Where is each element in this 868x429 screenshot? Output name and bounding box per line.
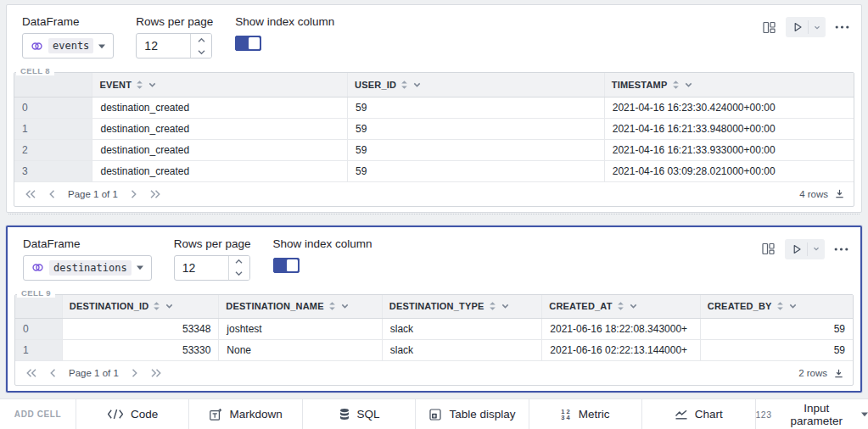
- sort-icon[interactable]: [153, 301, 160, 311]
- cell-type-label: DataFrame: [23, 237, 152, 250]
- chevron-down-icon: [98, 43, 105, 49]
- cell-controls: DataFrame destinations Rows per page 12: [23, 237, 372, 281]
- columns-layout-button[interactable]: [760, 19, 778, 36]
- markdown-icon: [209, 408, 222, 421]
- run-options-button[interactable]: [808, 20, 826, 34]
- increment-button[interactable]: [229, 256, 249, 268]
- index-column-header: [14, 73, 92, 97]
- last-page-button[interactable]: [149, 189, 161, 199]
- increment-button[interactable]: [191, 34, 211, 46]
- show-index-toggle[interactable]: [235, 36, 261, 51]
- dataframe-cell: DataFrame destinations Rows per page 12: [6, 226, 862, 393]
- download-button[interactable]: [833, 368, 844, 379]
- metric-icon: 1234: [561, 409, 571, 421]
- column-header[interactable]: CREATED_BY: [700, 295, 853, 319]
- table-cell: 59: [700, 319, 853, 340]
- add-cell-code-button[interactable]: Code: [76, 399, 188, 429]
- columns-layout-button[interactable]: [759, 240, 777, 258]
- sort-icon[interactable]: [489, 301, 496, 311]
- column-header-content: EVENT: [99, 80, 340, 90]
- show-index-control: Show index column: [235, 15, 334, 58]
- column-menu-chevron-icon[interactable]: [412, 81, 422, 89]
- add-cell-chart-button[interactable]: Chart: [641, 399, 754, 429]
- run-options-button[interactable]: [807, 242, 825, 256]
- add-cell-item-label: SQL: [357, 408, 380, 421]
- column-menu-chevron-icon[interactable]: [340, 302, 350, 310]
- cell-menu-button[interactable]: [832, 246, 850, 253]
- prev-page-button[interactable]: [48, 189, 56, 199]
- add-cell-table-display-button[interactable]: Table display: [415, 399, 528, 429]
- column-menu-chevron-icon[interactable]: [501, 302, 510, 310]
- column-header-content: TIMESTAMP: [612, 80, 847, 90]
- add-cell-sql-button[interactable]: SQL: [302, 399, 415, 429]
- add-cell-input-parameter-button[interactable]: 123Input parameter: [755, 399, 868, 429]
- first-page-button[interactable]: [25, 368, 37, 378]
- rows-per-page-control: Rows per page 12: [174, 237, 251, 281]
- table-cell: 59: [348, 139, 605, 160]
- download-button[interactable]: [834, 188, 845, 199]
- column-header[interactable]: USER_ID: [348, 73, 605, 97]
- table-row: 2destination_created592021-04-16 16:21:3…: [14, 139, 854, 160]
- sort-icon[interactable]: [400, 80, 408, 90]
- cell-menu-button[interactable]: [833, 24, 851, 31]
- add-cell-markdown-button[interactable]: Markdown: [188, 399, 301, 429]
- chevron-down-icon: [813, 24, 821, 31]
- decrement-button[interactable]: [229, 268, 249, 280]
- column-menu-chevron-icon[interactable]: [148, 81, 157, 89]
- rows-per-page-input[interactable]: 12: [174, 255, 250, 281]
- download-icon: [833, 368, 844, 379]
- run-cell-button[interactable]: [785, 243, 807, 255]
- column-menu-chevron-icon[interactable]: [684, 81, 693, 89]
- column-menu-chevron-icon[interactable]: [165, 302, 174, 310]
- table-cell: 59: [700, 340, 853, 361]
- dataframe-select[interactable]: destinations: [23, 255, 152, 281]
- column-name: CREATED_AT: [549, 301, 612, 311]
- add-cell-metric-button[interactable]: 1234Metric: [529, 399, 641, 429]
- show-index-toggle[interactable]: [273, 258, 300, 273]
- notebook-cells: DataFrame events Rows per page 12: [0, 0, 868, 393]
- run-cell-button[interactable]: [786, 21, 808, 33]
- sort-icon[interactable]: [136, 80, 143, 90]
- rows-per-page-value: 12: [175, 256, 228, 280]
- show-index-label: Show index column: [273, 237, 372, 250]
- table-cell: destination_created: [92, 118, 348, 139]
- page-indicator: Page 1 of 1: [69, 368, 119, 378]
- more-menu-icon: [835, 25, 849, 29]
- sort-icon[interactable]: [672, 80, 680, 90]
- row-index: 0: [14, 97, 92, 118]
- column-menu-chevron-icon[interactable]: [788, 302, 798, 310]
- chevron-left-icon: [48, 189, 56, 199]
- dataframe-cell: DataFrame events Rows per page 12: [6, 4, 862, 213]
- dataframe-table: CELL 9 DESTINATION_IDDESTINATION_NAMEDES…: [14, 294, 854, 387]
- decrement-button[interactable]: [191, 46, 211, 58]
- column-header[interactable]: CREATED_AT: [542, 295, 701, 319]
- sort-icon[interactable]: [328, 301, 336, 311]
- sort-icon[interactable]: [776, 301, 784, 311]
- dataframe-select[interactable]: events: [22, 33, 114, 58]
- cell-label: CELL 9: [17, 288, 55, 298]
- cell-actions: [760, 17, 851, 37]
- column-header[interactable]: DESTINATION_NAME: [219, 295, 382, 319]
- sort-icon[interactable]: [617, 301, 624, 311]
- column-menu-chevron-icon[interactable]: [629, 302, 638, 310]
- column-header[interactable]: DESTINATION_ID: [62, 295, 219, 319]
- column-header[interactable]: EVENT: [92, 73, 348, 97]
- table-cell: 2021-06-16 18:22:08.343000+: [542, 319, 701, 340]
- columns-layout-icon: [762, 20, 776, 35]
- column-header[interactable]: DESTINATION_TYPE: [382, 295, 542, 319]
- first-page-button[interactable]: [25, 189, 36, 199]
- index-column-header: [15, 295, 62, 319]
- table-cell: 2021-04-16 16:21:33.933000+00:00: [604, 139, 854, 160]
- chevron-right-icon: [130, 189, 137, 199]
- dataframe-table: CELL 8 EVENTUSER_IDTIMESTAMP 0destinatio…: [14, 72, 854, 207]
- table-display-icon: [428, 408, 442, 421]
- add-cell-item-label: Code: [131, 408, 158, 421]
- next-page-button[interactable]: [131, 368, 138, 378]
- last-page-button[interactable]: [150, 368, 162, 378]
- rows-per-page-input[interactable]: 12: [136, 33, 212, 58]
- column-name: CREATED_BY: [708, 301, 772, 311]
- next-page-button[interactable]: [130, 189, 137, 199]
- show-index-label: Show index column: [235, 15, 334, 28]
- column-header[interactable]: TIMESTAMP: [604, 73, 854, 97]
- prev-page-button[interactable]: [49, 368, 57, 378]
